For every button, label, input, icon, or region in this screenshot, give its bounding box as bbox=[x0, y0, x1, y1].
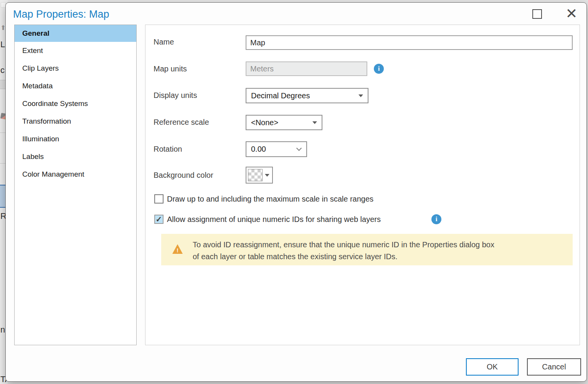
background-color-picker[interactable] bbox=[246, 167, 273, 184]
cancel-button[interactable]: Cancel bbox=[527, 358, 581, 376]
chevron-down-icon bbox=[312, 121, 317, 124]
rotation-label: Rotation bbox=[154, 145, 182, 154]
tab-illumination[interactable]: Illumination bbox=[15, 130, 136, 148]
info-icon[interactable]: i bbox=[431, 214, 441, 224]
tab-coordinate-systems[interactable]: Coordinate Systems bbox=[15, 95, 136, 113]
tab-transformation[interactable]: Transformation bbox=[15, 113, 136, 130]
name-label: Name bbox=[154, 38, 174, 46]
display-units-label: Display units bbox=[154, 91, 197, 100]
allow-unique-ids-label: Allow assignment of unique numeric IDs f… bbox=[167, 215, 381, 224]
draw-max-scale-checkbox-row: ✓ Draw up to and including the maximum s… bbox=[154, 194, 373, 204]
general-settings-panel: Name Map units i Display units Decimal D… bbox=[145, 25, 580, 345]
tab-metadata[interactable]: Metadata bbox=[15, 77, 136, 95]
tab-general[interactable]: General bbox=[15, 25, 136, 42]
draw-max-scale-label: Draw up to and including the maximum sca… bbox=[167, 194, 373, 204]
reference-scale-value: <None> bbox=[251, 118, 278, 127]
name-input[interactable] bbox=[246, 35, 573, 50]
rotation-combo[interactable]: 0.00 bbox=[246, 141, 307, 157]
ok-button[interactable]: OK bbox=[466, 358, 519, 376]
rotation-value: 0.00 bbox=[251, 145, 266, 154]
display-units-dropdown[interactable]: Decimal Degrees bbox=[246, 88, 368, 103]
transparent-color-swatch bbox=[248, 169, 263, 181]
map-units-input bbox=[246, 61, 367, 76]
background-text-fragment: c bbox=[0, 65, 5, 75]
tab-clip-layers[interactable]: Clip Layers bbox=[15, 60, 136, 77]
draw-max-scale-checkbox[interactable]: ✓ bbox=[154, 194, 164, 204]
tab-extent[interactable]: Extent bbox=[15, 42, 136, 60]
maximize-icon[interactable] bbox=[532, 9, 542, 19]
properties-tab-list: General Extent Clip Layers Metadata Coor… bbox=[14, 25, 137, 345]
id-reassignment-warning: ! To avoid ID reassignment, ensure that … bbox=[161, 234, 573, 265]
allow-unique-ids-checkbox-row: ✓ Allow assignment of unique numeric IDs… bbox=[154, 215, 381, 224]
allow-unique-ids-checkbox[interactable]: ✓ bbox=[154, 215, 164, 224]
map-units-label: Map units bbox=[154, 65, 187, 73]
dialog-title: Map Properties: Map bbox=[13, 8, 109, 20]
chevron-down-icon bbox=[265, 174, 269, 177]
warning-text: To avoid ID reassignment, ensure that th… bbox=[193, 239, 500, 263]
background-color-label: Background color bbox=[154, 171, 213, 180]
chevron-down-icon bbox=[358, 94, 363, 97]
warning-icon: ! bbox=[172, 244, 183, 254]
map-properties-dialog: Map Properties: Map ✕ General Extent Cli… bbox=[5, 2, 587, 382]
close-icon[interactable]: ✕ bbox=[562, 3, 581, 23]
display-units-value: Decimal Degrees bbox=[251, 91, 310, 100]
tab-labels[interactable]: Labels bbox=[15, 148, 136, 166]
tab-color-management[interactable]: Color Management bbox=[15, 166, 136, 183]
info-icon[interactable]: i bbox=[374, 64, 384, 74]
chevron-down-icon bbox=[296, 145, 302, 151]
reference-scale-dropdown[interactable]: <None> bbox=[246, 115, 322, 130]
reference-scale-label: Reference scale bbox=[154, 118, 209, 127]
